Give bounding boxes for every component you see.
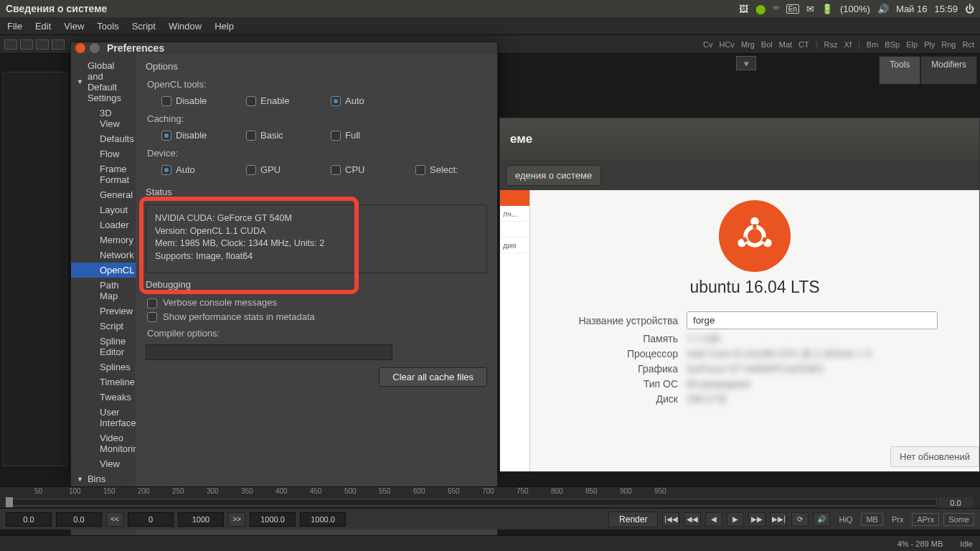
frame-field[interactable]: 1000.0 [250, 512, 296, 527]
tool-tag[interactable]: Bol [761, 40, 773, 49]
tool-tag[interactable]: Xf [844, 40, 852, 49]
sysinfo-tab-button[interactable]: едения о системе [506, 165, 601, 186]
nav-item-flow[interactable]: Flow [71, 146, 136, 161]
close-icon[interactable] [75, 43, 85, 53]
tool-tag[interactable]: Elp [906, 40, 918, 49]
menu-edit[interactable]: Edit [35, 21, 51, 32]
tool-tag[interactable]: Ply [924, 40, 935, 49]
nav-item-tweaks[interactable]: Tweaks [71, 390, 136, 405]
nav-item-layout[interactable]: Layout [71, 202, 136, 217]
frame-field[interactable]: 0.0 [6, 512, 52, 527]
nav-item-user-interface[interactable]: User Interface [71, 405, 136, 430]
nav-item-path-map[interactable]: Path Map [71, 278, 136, 303]
step-back-icon[interactable]: ◀◀ [684, 512, 701, 527]
tab-tools[interactable]: Tools [879, 56, 920, 85]
step-forward-icon[interactable]: ▶▶ [748, 512, 765, 527]
play-forward-icon[interactable]: ▶ [727, 512, 744, 527]
nav-item-video-monitoring[interactable]: Video Monitoring [71, 430, 136, 456]
verbose-checkbox[interactable] [147, 298, 157, 309]
power-icon[interactable]: ⏻ [965, 4, 974, 14]
layout-icon[interactable] [36, 39, 49, 50]
opencl-radio[interactable] [246, 96, 256, 106]
nav-item-opencl[interactable]: OpenCL [71, 263, 136, 278]
opencl-radio[interactable] [161, 96, 171, 106]
nav-item-general[interactable]: General [71, 187, 136, 202]
sidebar-row[interactable]: дия [500, 237, 529, 253]
tab-modifiers[interactable]: Modifiers [920, 56, 977, 85]
range-end-button[interactable]: >> [228, 512, 245, 527]
updates-button[interactable]: Нет обновлений [890, 446, 979, 467]
layout-icon[interactable] [20, 39, 33, 50]
nav-item-3d-view[interactable]: 3D View [71, 105, 136, 131]
frame-field[interactable]: 1000 [178, 512, 224, 527]
tool-tag[interactable]: Rct [963, 40, 975, 49]
caching-radio[interactable] [331, 131, 341, 141]
tool-tag[interactable]: Mrg [741, 40, 755, 49]
menu-file[interactable]: File [7, 21, 22, 32]
loop-icon[interactable]: ⟳ [791, 512, 809, 527]
playhead[interactable] [6, 497, 13, 507]
aprx-toggle[interactable]: APrx [912, 513, 939, 526]
device-radio[interactable] [331, 165, 341, 175]
nav-group[interactable]: ▼Global and Default Settings [71, 58, 136, 105]
sidebar-row[interactable]: лч... [500, 206, 529, 222]
frame-field[interactable]: 0 [128, 512, 174, 527]
mail-icon[interactable]: ✉ [806, 4, 814, 14]
device-radio[interactable] [415, 165, 425, 175]
play-back-icon[interactable]: ◀ [705, 512, 722, 527]
range-start-button[interactable]: << [106, 512, 123, 527]
some-toggle[interactable]: Some [943, 513, 974, 526]
nav-group[interactable]: ▼Bins [71, 471, 136, 486]
nav-item-preview[interactable]: Preview [71, 303, 136, 319]
nav-item-frame-format[interactable]: Frame Format [71, 161, 136, 187]
nav-item-defaults[interactable]: Defaults [71, 131, 136, 146]
menu-view[interactable]: View [64, 21, 84, 32]
frame-field[interactable]: 0.0 [56, 512, 102, 527]
layout-icon[interactable] [4, 39, 17, 50]
sidebar-row[interactable] [500, 222, 529, 237]
nav-item-timeline[interactable]: Timeline [71, 375, 136, 390]
tool-tag[interactable]: BSp [885, 40, 900, 49]
menu-help[interactable]: Help [215, 21, 234, 32]
go-start-icon[interactable]: |◀◀ [662, 512, 679, 527]
layout-icon[interactable] [52, 39, 65, 50]
menu-tools[interactable]: Tools [97, 21, 118, 32]
dropdown-icon[interactable]: ▾ [736, 56, 756, 70]
opencl-radio[interactable] [331, 96, 341, 106]
caching-radio[interactable] [161, 131, 171, 141]
minimize-icon[interactable] [90, 43, 100, 53]
timeline-track[interactable] [6, 499, 937, 506]
tool-tag[interactable]: HCv [719, 40, 734, 49]
audio-icon[interactable]: 🔊 [813, 512, 830, 527]
volume-icon[interactable]: 🔊 [877, 4, 889, 14]
tool-tag[interactable]: Bm [867, 40, 879, 49]
timeline[interactable]: 5010015020025030035040045050055060065070… [0, 486, 980, 508]
render-button[interactable]: Render [608, 512, 658, 527]
menu-script[interactable]: Script [132, 21, 156, 32]
tool-tag[interactable]: Cv [703, 40, 712, 49]
caching-radio[interactable] [246, 131, 256, 141]
sidebar-selected[interactable] [500, 190, 529, 206]
nav-item-script[interactable]: Script [71, 319, 136, 334]
device-radio[interactable] [246, 165, 256, 175]
go-end-icon[interactable]: ▶▶| [770, 512, 787, 527]
tool-tag[interactable]: Rsz [824, 40, 838, 49]
device-radio[interactable] [161, 165, 171, 175]
lang-indicator[interactable]: En [786, 4, 799, 14]
hostname-input[interactable] [687, 311, 938, 329]
tool-tag[interactable]: Mat [779, 40, 792, 49]
nav-item-splines[interactable]: Splines [71, 359, 136, 375]
clear-cache-button[interactable]: Clear all cache files [379, 367, 487, 387]
nav-item-view[interactable]: View [71, 456, 136, 471]
nav-item-loader[interactable]: Loader [71, 217, 136, 232]
nav-item-spline-editor[interactable]: Spline Editor [71, 334, 136, 359]
menu-window[interactable]: Window [169, 21, 202, 32]
frame-field[interactable]: 1000.0 [300, 512, 346, 527]
compiler-options-input[interactable] [146, 344, 392, 360]
tool-tag[interactable]: Rng [941, 40, 956, 49]
nav-item-network[interactable]: Network [71, 248, 136, 263]
perfstats-checkbox[interactable] [147, 312, 157, 322]
hiq-toggle[interactable]: HiQ [834, 514, 857, 525]
nav-item-memory[interactable]: Memory [71, 232, 136, 248]
tool-tag[interactable]: CT [798, 40, 809, 49]
